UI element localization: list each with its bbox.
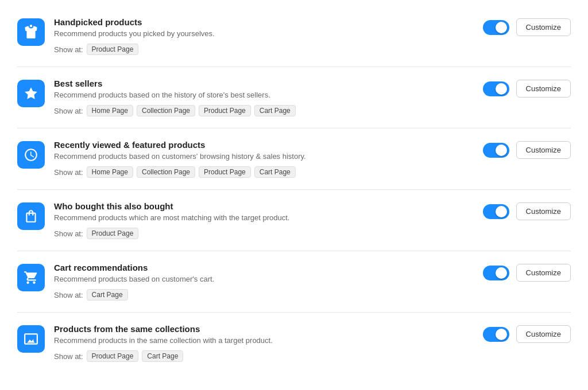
item-actions-same-collections: Customize — [483, 325, 571, 343]
show-at-label: Show at: — [54, 291, 83, 299]
toggle-also-bought[interactable] — [483, 204, 509, 219]
item-actions-cart-recommendations: Customize — [483, 264, 571, 282]
item-content-best-sellers: Best sellersRecommend products based on … — [54, 79, 474, 116]
tag-cart-page: Cart Page — [254, 105, 296, 116]
tag-product-page: Product Page — [87, 228, 139, 239]
toggle-best-sellers[interactable] — [483, 81, 509, 96]
show-at-row-same-collections: Show at:Product PageCart Page — [54, 350, 474, 362]
tag-collection-page: Collection Page — [137, 166, 195, 178]
item-desc-also-bought: Recommend products which are most matchi… — [54, 213, 474, 222]
customize-button-best-sellers[interactable]: Customize — [516, 80, 571, 98]
toggle-slider-recently-viewed — [483, 143, 509, 158]
tag-cart-page: Cart Page — [254, 166, 296, 178]
tag-cart-page: Cart Page — [87, 289, 128, 301]
show-at-row-also-bought: Show at:Product Page — [54, 228, 474, 239]
toggle-recently-viewed[interactable] — [483, 143, 509, 158]
show-at-label: Show at: — [54, 45, 83, 54]
show-at-row-best-sellers: Show at:Home PageCollection PageProduct … — [54, 105, 474, 116]
shirt-icon — [17, 18, 45, 46]
show-at-row-recently-viewed: Show at:Home PageCollection PageProduct … — [54, 166, 474, 178]
item-actions-recently-viewed: Customize — [483, 141, 571, 159]
item-content-same-collections: Products from the same collectionsRecomm… — [54, 324, 474, 362]
item-content-handpicked: Handpicked productsRecommend products yo… — [54, 17, 474, 55]
show-at-row-handpicked: Show at:Product Page — [54, 44, 474, 55]
recommendation-item-handpicked: Handpicked productsRecommend products yo… — [17, 6, 571, 67]
recommendation-item-cart-recommendations: Cart recommendationsRecommend products b… — [17, 251, 571, 313]
show-at-label: Show at: — [54, 352, 83, 361]
toggle-cart-recommendations[interactable] — [483, 266, 509, 280]
show-at-row-cart-recommendations: Show at:Cart Page — [54, 289, 474, 301]
tag-product-page: Product Page — [87, 44, 139, 55]
item-desc-same-collections: Recommend products in the same collectio… — [54, 336, 474, 345]
recommendation-item-same-collections: Products from the same collectionsRecomm… — [17, 313, 571, 373]
toggle-slider-best-sellers — [483, 81, 509, 96]
image-icon — [17, 325, 45, 353]
tag-home-page: Home Page — [87, 166, 133, 178]
toggle-slider-cart-recommendations — [483, 266, 509, 280]
item-desc-cart-recommendations: Recommend products based on customer's c… — [54, 275, 474, 283]
bag-icon — [17, 202, 45, 230]
recommendation-item-best-sellers: Best sellersRecommend products based on … — [17, 67, 571, 128]
tag-product-page: Product Page — [199, 166, 251, 178]
item-actions-best-sellers: Customize — [483, 80, 571, 98]
customize-button-handpicked[interactable]: Customize — [516, 18, 571, 36]
customize-button-same-collections[interactable]: Customize — [516, 325, 571, 343]
star-icon — [17, 80, 45, 107]
toggle-same-collections[interactable] — [483, 327, 509, 342]
customize-button-also-bought[interactable]: Customize — [516, 202, 571, 220]
clock-icon — [17, 141, 45, 169]
item-title-also-bought: Who bought this also bought — [54, 201, 474, 211]
item-title-recently-viewed: Recently viewed & featured products — [54, 140, 474, 150]
item-title-best-sellers: Best sellers — [54, 79, 474, 88]
item-desc-recently-viewed: Recommend products based on customers' b… — [54, 152, 474, 161]
item-desc-handpicked: Recommend products you picked by yoursel… — [54, 29, 474, 38]
tag-product-page: Product Page — [87, 350, 139, 362]
main-container: Handpicked productsRecommend products yo… — [0, 0, 588, 379]
toggle-slider-handpicked — [483, 20, 509, 35]
item-title-handpicked: Handpicked products — [54, 17, 474, 27]
item-title-same-collections: Products from the same collections — [54, 324, 474, 334]
show-at-label: Show at: — [54, 107, 83, 115]
item-actions-also-bought: Customize — [483, 202, 571, 220]
tag-home-page: Home Page — [87, 105, 133, 116]
tag-collection-page: Collection Page — [137, 105, 195, 116]
item-title-cart-recommendations: Cart recommendations — [54, 263, 474, 272]
customize-button-recently-viewed[interactable]: Customize — [516, 141, 571, 159]
toggle-slider-also-bought — [483, 204, 509, 219]
tag-cart-page: Cart Page — [142, 350, 183, 362]
cart-icon — [17, 264, 45, 291]
show-at-label: Show at: — [54, 168, 83, 177]
item-content-recently-viewed: Recently viewed & featured productsRecom… — [54, 140, 474, 178]
show-at-label: Show at: — [54, 229, 83, 238]
recommendation-item-recently-viewed: Recently viewed & featured productsRecom… — [17, 128, 571, 190]
toggle-handpicked[interactable] — [483, 20, 509, 35]
toggle-slider-same-collections — [483, 327, 509, 342]
tag-product-page: Product Page — [199, 105, 251, 116]
item-content-cart-recommendations: Cart recommendationsRecommend products b… — [54, 263, 474, 301]
customize-button-cart-recommendations[interactable]: Customize — [516, 264, 571, 282]
item-content-also-bought: Who bought this also boughtRecommend pro… — [54, 201, 474, 239]
item-desc-best-sellers: Recommend products based on the history … — [54, 91, 474, 99]
item-actions-handpicked: Customize — [483, 18, 571, 36]
recommendation-item-also-bought: Who bought this also boughtRecommend pro… — [17, 190, 571, 251]
